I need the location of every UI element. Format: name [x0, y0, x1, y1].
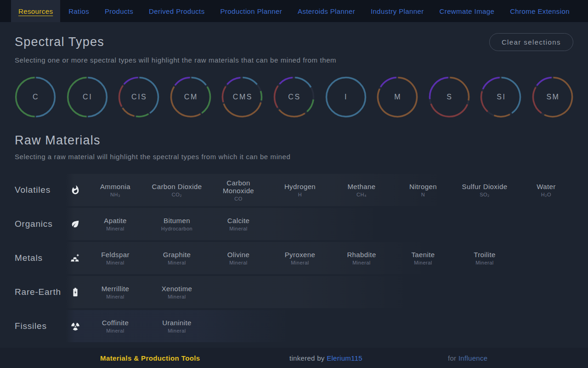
- material-detail: Mineral: [87, 328, 143, 334]
- material-detail: Mineral: [334, 260, 390, 265]
- clear-selections-button[interactable]: Clear selections: [489, 33, 573, 51]
- nav-tab-chrome-extension[interactable]: Chrome Extension: [503, 0, 577, 22]
- material-olivine[interactable]: OlivineMineral: [208, 251, 269, 265]
- spectral-types-title: Spectral Types: [15, 35, 104, 49]
- material-row-rare-earth: Rare-EarthMerrilliteMineralXenotimeMiner…: [15, 276, 573, 308]
- raw-materials-title: Raw Materials: [15, 133, 101, 148]
- material-taenite[interactable]: TaeniteMineral: [392, 251, 454, 265]
- material-graphite[interactable]: GraphiteMineral: [146, 251, 208, 265]
- spectral-type-si[interactable]: SI: [480, 76, 521, 118]
- spectral-type-label: CM: [170, 76, 211, 118]
- material-rhabdite[interactable]: RhabditeMineral: [331, 251, 392, 265]
- material-carbon-monoxide[interactable]: Carbon MonoxideCO: [208, 179, 269, 201]
- footer-influence-link[interactable]: Influence: [458, 354, 488, 362]
- footer-for: for Influence: [448, 354, 487, 362]
- material-name: Olivine: [210, 251, 266, 259]
- material-ammonia[interactable]: AmmoniaNH₃: [85, 183, 146, 197]
- material-name: Coffinite: [87, 319, 143, 327]
- material-sulfur-dioxide[interactable]: Sulfur DioxideSO₂: [454, 183, 515, 197]
- material-detail: Mineral: [210, 260, 266, 265]
- nav-tab-industry-planner[interactable]: Industry Planner: [363, 0, 431, 22]
- material-detail: Mineral: [395, 260, 451, 265]
- spectral-type-label: SM: [532, 76, 573, 118]
- raw-materials-section: Raw Materials Selecting a raw material w…: [15, 133, 573, 342]
- material-name: Methane: [334, 183, 390, 190]
- material-detail: CO: [210, 196, 266, 201]
- material-name: Merrillite: [87, 285, 143, 293]
- spectral-type-ci[interactable]: CI: [67, 76, 108, 118]
- material-name: Nitrogen: [395, 183, 451, 190]
- material-methane[interactable]: MethaneCH₄: [331, 183, 392, 197]
- material-row-metals: MetalsFeldsparMineralGraphiteMineralOliv…: [15, 242, 573, 274]
- material-name: Calcite: [210, 217, 266, 224]
- material-bitumen[interactable]: BitumenHydrocarbon: [146, 217, 208, 231]
- material-merrillite[interactable]: MerrilliteMineral: [85, 285, 146, 299]
- material-detail: Hydrocarbon: [149, 226, 205, 231]
- material-troilite[interactable]: TroiliteMineral: [454, 251, 515, 265]
- footer-brand: Materials & Production Tools: [100, 354, 200, 362]
- spectral-type-cms[interactable]: CMS: [221, 76, 263, 118]
- material-detail: Mineral: [272, 260, 328, 265]
- nav-tab-derived-products[interactable]: Derived Products: [141, 0, 212, 22]
- spectral-type-s[interactable]: S: [429, 76, 470, 118]
- material-name: Pyroxene: [272, 251, 328, 259]
- flame-icon: [70, 185, 80, 195]
- material-name: Carbon Monoxide: [210, 179, 266, 195]
- footer-elerium115-link[interactable]: Elerium115: [327, 354, 362, 362]
- leaf-icon: [70, 219, 80, 229]
- material-name: Troilite: [457, 251, 513, 259]
- spectral-type-label: CI: [67, 76, 108, 118]
- spectral-type-sm[interactable]: SM: [532, 76, 573, 118]
- material-row-organics: OrganicsApatiteMineralBitumenHydrocarbon…: [15, 208, 573, 240]
- material-feldspar[interactable]: FeldsparMineral: [85, 251, 146, 265]
- spectral-type-label: CS: [273, 76, 315, 118]
- material-coffinite[interactable]: CoffiniteMineral: [85, 319, 146, 334]
- material-detail: SO₂: [457, 192, 513, 197]
- material-xenotime[interactable]: XenotimeMineral: [146, 285, 208, 299]
- material-detail: N: [395, 192, 451, 197]
- material-name: Feldspar: [87, 251, 143, 259]
- spectral-type-i[interactable]: I: [325, 76, 367, 118]
- nav-tab-asteroids-planner[interactable]: Asteroids Planner: [290, 0, 362, 22]
- material-detail: H: [272, 192, 328, 197]
- spectral-type-label: CMS: [221, 76, 263, 118]
- radiation-icon: [70, 321, 80, 331]
- material-detail: H₂O: [518, 192, 574, 197]
- spectral-type-cis[interactable]: CIS: [118, 76, 159, 118]
- material-name: Ammonia: [87, 183, 143, 190]
- material-apatite[interactable]: ApatiteMineral: [85, 217, 146, 231]
- spectral-type-rings: CCICISCMCMSCSIMSSISM: [15, 76, 573, 118]
- material-detail: Mineral: [149, 328, 205, 334]
- category-label-metals: Metals: [15, 253, 66, 263]
- spectral-type-label: I: [325, 76, 367, 118]
- category-label-organics: Organics: [15, 219, 66, 229]
- main-content: Spectral Types Clear selections Selectin…: [0, 33, 588, 342]
- material-detail: NH₃: [87, 192, 143, 197]
- material-name: Bitumen: [149, 217, 205, 224]
- nav-tab-resources[interactable]: Resources: [11, 0, 60, 22]
- spectral-type-c[interactable]: C: [15, 76, 56, 118]
- nav-tab-crewmate-image[interactable]: Crewmate Image: [432, 0, 502, 22]
- material-hydrogen[interactable]: HydrogenH: [269, 183, 331, 197]
- spectral-type-label: C: [15, 76, 56, 118]
- material-name: Xenotime: [149, 285, 205, 293]
- material-detail: Mineral: [457, 260, 513, 265]
- material-carbon-dioxide[interactable]: Carbon DioxideCO₂: [146, 183, 208, 197]
- material-name: Sulfur Dioxide: [457, 183, 513, 190]
- spectral-type-cm[interactable]: CM: [170, 76, 211, 118]
- footer-credit: tinkered by Elerium115: [289, 354, 362, 362]
- nav-tab-products[interactable]: Products: [97, 0, 141, 22]
- material-pyroxene[interactable]: PyroxeneMineral: [269, 251, 331, 265]
- category-label-volatiles: Volatiles: [15, 185, 66, 195]
- material-uraninite[interactable]: UraniniteMineral: [146, 319, 208, 334]
- material-water[interactable]: WaterH₂O: [515, 183, 577, 197]
- raw-materials-table: VolatilesAmmoniaNH₃Carbon DioxideCO₂Carb…: [15, 174, 573, 342]
- nav-tab-ratios[interactable]: Ratios: [61, 0, 96, 22]
- spectral-types-section: Spectral Types Clear selections Selectin…: [15, 33, 573, 118]
- spectral-type-cs[interactable]: CS: [273, 76, 315, 118]
- material-calcite[interactable]: CalciteMineral: [208, 217, 269, 231]
- material-nitrogen[interactable]: NitrogenN: [392, 183, 454, 197]
- spectral-type-m[interactable]: M: [377, 76, 418, 118]
- footer: Materials & Production Tools tinkered by…: [0, 348, 588, 368]
- nav-tab-production-planner[interactable]: Production Planner: [213, 0, 289, 22]
